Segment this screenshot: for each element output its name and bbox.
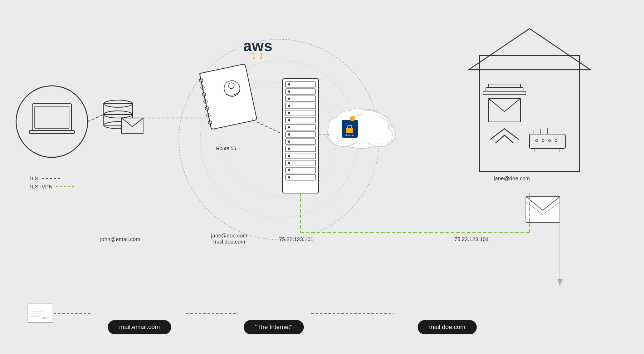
- svg-point-36: [288, 155, 290, 157]
- svg-point-33: [288, 133, 290, 136]
- svg-point-29: [288, 105, 290, 107]
- svg-point-32: [288, 126, 290, 128]
- route53-notebook: [198, 64, 257, 130]
- svg-point-51: [350, 116, 355, 121]
- svg-rect-54: [488, 84, 521, 88]
- house: [469, 29, 590, 172]
- mail-email-pill: mail.email.com: [108, 320, 171, 334]
- svg-rect-68: [28, 304, 53, 323]
- svg-point-34: [288, 141, 290, 143]
- route53-text: Route 53: [216, 146, 236, 151]
- svg-rect-56: [483, 91, 526, 95]
- letter-envelope: Jane: [28, 304, 53, 323]
- tls-line-icon: [42, 178, 60, 179]
- svg-point-38: [288, 169, 290, 171]
- svg-point-30: [288, 112, 290, 114]
- mail-doe-pill: mail.doe.com: [418, 320, 477, 334]
- svg-text:Jane: Jane: [42, 316, 49, 320]
- svg-point-27: [288, 90, 290, 93]
- svg-point-37: [288, 162, 290, 164]
- route53-to-server-line: [252, 120, 283, 134]
- svg-text:Encrypt: Encrypt: [346, 134, 353, 136]
- laptop-base: [29, 131, 74, 133]
- diagram-svg: Route 53: [0, 0, 644, 354]
- svg-point-67: [555, 139, 557, 142]
- svg-marker-53: [469, 29, 590, 70]
- lets-encrypt-cloud: Let's Encrypt: [327, 108, 395, 149]
- svg-marker-52: [479, 55, 580, 172]
- svg-point-64: [536, 139, 538, 142]
- laptop-screen: [32, 104, 72, 131]
- john-email-label: john@email.com: [100, 236, 140, 242]
- the-internet-pill: "The Internet": [244, 320, 304, 334]
- svg-rect-55: [486, 88, 523, 91]
- vpn-line-icon: [56, 186, 74, 187]
- laptop-to-db-line: [88, 114, 104, 122]
- aws-logo: aws ⤵ ⤴: [243, 38, 273, 61]
- svg-point-28: [288, 98, 290, 100]
- svg-point-65: [542, 139, 544, 142]
- ip2-label: 75.22.123.101: [454, 236, 489, 242]
- db-mid-rect: [104, 104, 132, 114]
- ip1-label: 75.22.123.101: [279, 236, 313, 242]
- vpn-label: TLS+VPN: [29, 183, 53, 190]
- jane-doe-label: jane@doe.com mail.doe.com: [211, 232, 247, 245]
- bottom-right-envelope: [526, 197, 560, 222]
- diagram-canvas: Route 53: [0, 0, 644, 354]
- svg-rect-0: [200, 64, 257, 129]
- svg-rect-58: [530, 134, 565, 148]
- svg-rect-46: [346, 128, 353, 133]
- svg-point-26: [288, 83, 290, 85]
- server-rack: [283, 79, 318, 193]
- laptop-circle: [16, 86, 88, 157]
- legend: TLS TLS+VPN: [29, 175, 75, 192]
- svg-point-66: [548, 139, 551, 142]
- tls-label: TLS: [29, 175, 39, 181]
- jane-doe-right-label: jane@doe.com: [494, 175, 530, 181]
- svg-point-31: [288, 119, 290, 121]
- svg-point-35: [288, 148, 290, 150]
- svg-point-39: [288, 176, 290, 178]
- laptop-screen-inner: [35, 106, 69, 128]
